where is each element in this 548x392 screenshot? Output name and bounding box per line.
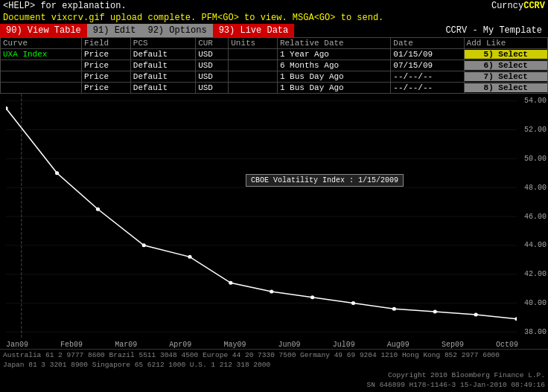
col-addlike: Add Like [464,38,547,49]
x-axis: Jan09Feb09Mar09Apr09May09Jun09Jul09Aug09… [0,339,548,349]
cell-reldate: 1 Bus Day Ago [277,71,390,83]
cell-pcs: Default [130,60,195,71]
svg-point-17 [351,301,355,305]
cell-date: --/--/-- [391,83,464,94]
cell-curve: UXA Index [1,49,82,60]
cell-addlike[interactable]: 5) Select [464,49,547,60]
nav-view-table[interactable]: 90) View Table [0,24,87,37]
select-button-3[interactable]: 8) Select [465,83,547,92]
x-label: Aug09 [387,341,410,349]
cell-date: --/--/-- [391,71,464,83]
nav-live-data[interactable]: 93) Live Data [213,24,295,37]
col-field: Field [82,38,131,49]
y-label: 38.00 [518,328,547,336]
y-label: 54.00 [518,97,547,105]
cell-pcs: Default [130,83,195,94]
svg-point-15 [270,289,273,293]
cell-curve [1,71,82,83]
svg-point-14 [229,281,232,285]
table-row: PriceDefaultUSD1 Bus Day Ago--/--/--8) S… [1,83,548,94]
cell-field: Price [82,71,131,83]
x-label: Jan09 [6,341,28,349]
nav-edit[interactable]: 91) Edit [87,24,142,37]
cell-cur: USD [196,83,229,94]
cell-addlike[interactable]: 6) Select [464,60,547,71]
table-row: UXA IndexPriceDefaultUSD1 Year Ago01/15/… [1,49,548,60]
y-label: 50.00 [518,155,547,163]
nav-options[interactable]: 92) Options [141,24,212,37]
col-pcs: PCS [130,38,195,49]
svg-point-12 [142,243,146,247]
cell-reldate: 6 Months Ago [277,60,390,71]
x-label: Apr09 [169,341,191,349]
select-button-2[interactable]: 7) Select [465,72,547,81]
y-label: 40.00 [518,299,547,307]
nav-right-label: CCRV - My Template [439,24,548,37]
y-axis: 54.0052.0050.0048.0046.0044.0042.0040.00… [518,94,548,339]
select-button-1[interactable]: 6) Select [465,61,547,70]
status-text: Document vixcrv.gif upload complete. PFM… [3,13,383,23]
x-label: Jun09 [278,341,301,349]
cell-addlike[interactable]: 7) Select [464,71,547,83]
footer-line4: SN 646899 H178-1146-3 15-Jan-2010 08:49:… [3,380,545,390]
cell-date: 07/15/09 [391,60,464,71]
col-reldate: Relative Date [277,38,390,49]
svg-point-11 [96,208,100,211]
x-label: Oct09 [496,341,518,349]
svg-point-13 [188,255,191,259]
cell-curve [1,83,82,94]
svg-point-19 [433,310,437,314]
footer-line2: Japan 81 3 3201 8900 Singapore 65 6212 1… [3,360,545,370]
cell-cur: USD [196,71,229,83]
col-date: Date [391,38,464,49]
cell-field: Price [82,60,131,71]
status-bar: Document vixcrv.gif upload complete. PFM… [0,12,548,24]
y-label: 42.00 [518,270,547,278]
cell-units [229,71,278,83]
svg-point-10 [55,171,59,175]
cell-date: 01/15/09 [391,49,464,60]
svg-point-21 [514,317,517,321]
cell-units [229,60,278,71]
x-label: Sep09 [442,341,464,349]
footer-line3: Copyright 2010 Bloomberg Finance L.P. [3,370,545,380]
cell-reldate: 1 Year Ago [277,49,390,60]
cell-cur: USD [196,49,229,60]
col-cur: CUR [196,38,229,49]
table-row: PriceDefaultUSD1 Bus Day Ago--/--/--7) S… [1,71,548,83]
cell-reldate: 1 Bus Day Ago [277,83,390,94]
svg-point-16 [310,295,314,299]
col-units: Units [229,38,278,49]
help-text: <HELP> for explanation. [3,1,127,11]
select-button-0[interactable]: 5) Select [465,50,547,59]
y-label: 44.00 [518,241,547,249]
y-label: 46.00 [518,213,547,221]
svg-point-18 [392,307,396,311]
footer: Australia 61 2 9777 8600 Brazil 5511 304… [0,349,548,391]
cell-cur: USD [196,60,229,71]
top-bar: <HELP> for explanation. CurncyCCRV [0,0,548,12]
table-row: PriceDefaultUSD6 Months Ago07/15/096) Se… [1,60,548,71]
cell-units [229,49,278,60]
cell-field: Price [82,49,131,60]
x-label: Jul09 [333,341,355,349]
cell-pcs: Default [130,49,195,60]
y-label: 48.00 [518,184,547,192]
cell-pcs: Default [130,71,195,83]
x-label: May09 [223,341,246,349]
chart-svg [6,94,517,339]
cell-field: Price [82,83,131,94]
cell-units [229,83,278,94]
y-label: 52.00 [518,126,547,134]
nav-bar: 90) View Table 91) Edit 92) Options 93) … [0,24,548,37]
cell-curve [1,60,82,71]
data-table: Curve Field PCS CUR Units Relative Date … [0,37,548,94]
svg-point-20 [474,313,478,317]
chart-container: 54.0052.0050.0048.0046.0044.0042.0040.00… [0,94,548,339]
col-curve: Curve [1,38,82,49]
cell-addlike[interactable]: 8) Select [464,83,547,94]
footer-line1: Australia 61 2 9777 8600 Brazil 5511 304… [3,350,545,360]
currency-label: CurncyCCRV [491,1,545,11]
x-label: Feb09 [60,341,83,349]
x-label: Mar09 [115,341,137,349]
